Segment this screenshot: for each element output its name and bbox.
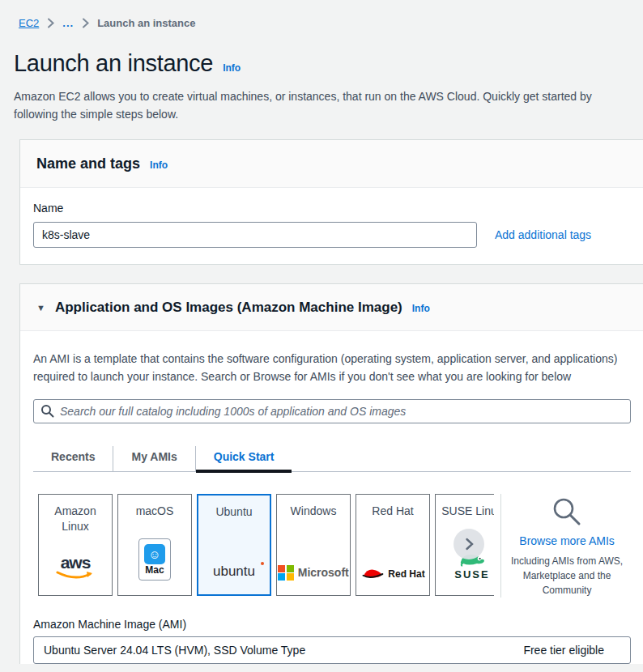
suse-wordmark: SUSE xyxy=(454,568,489,581)
aws-swoosh xyxy=(56,571,95,581)
ami-card-body: An AMI is a template that contains the s… xyxy=(20,331,643,664)
add-additional-tags-link[interactable]: Add additional tags xyxy=(495,228,591,241)
tab-quick-start[interactable]: Quick Start xyxy=(195,446,292,471)
ami-select-value: Ubuntu Server 24.04 LTS (HVM), SSD Volum… xyxy=(44,644,305,657)
carousel-next-button[interactable] xyxy=(454,529,484,559)
chevron-right-icon xyxy=(82,18,89,28)
tab-recents[interactable]: Recents xyxy=(33,446,113,471)
page-title-info-link[interactable]: Info xyxy=(223,62,241,74)
redhat-hat-icon xyxy=(360,568,385,581)
ami-card-header[interactable]: ▼ Application and OS Images (Amazon Mach… xyxy=(20,284,643,331)
os-card-ubuntu[interactable]: Ubuntu ubuntu xyxy=(197,494,271,596)
name-and-tags-info-link[interactable]: Info xyxy=(150,159,168,171)
instance-name-input[interactable] xyxy=(33,222,477,248)
ami-select-dropdown[interactable]: Ubuntu Server 24.04 LTS (HVM), SSD Volum… xyxy=(33,636,631,664)
os-card-amazon-linux[interactable]: Amazon Linux aws xyxy=(38,494,113,596)
browse-more-amis-note: Including AMIs from AWS, Marketplace and… xyxy=(505,554,628,598)
tab-my-amis[interactable]: My AMIs xyxy=(113,446,194,471)
free-tier-badge: Free tier eligible xyxy=(523,644,604,657)
mac-logo-icon: ☺ Mac xyxy=(138,538,171,581)
ami-card: ▼ Application and OS Images (Amazon Mach… xyxy=(19,283,643,664)
redhat-logo-icon: Red Hat xyxy=(360,568,424,581)
os-card-title: Ubuntu xyxy=(215,504,252,520)
name-and-tags-body: Name Add additional tags xyxy=(20,188,643,264)
vertical-divider xyxy=(500,494,501,598)
aws-logo-icon: aws xyxy=(56,555,95,581)
aws-wordmark: aws xyxy=(61,555,91,571)
ami-search xyxy=(33,399,631,423)
name-field-label: Name xyxy=(33,202,63,215)
page-title: Launch an instance xyxy=(14,50,213,77)
os-card-strip: Amazon Linux aws macOS ☺ Mac xyxy=(38,494,494,598)
launch-instance-page: EC2 ... Launch an instance Launch an ins… xyxy=(0,0,643,672)
name-and-tags-header: Name and tags Info xyxy=(20,140,643,188)
microsoft-squares-icon xyxy=(278,565,294,581)
ami-tabs: Recents My AMIs Quick Start xyxy=(33,446,631,472)
breadcrumb-ellipsis[interactable]: ... xyxy=(62,17,74,29)
microsoft-logo-icon: Microsoft xyxy=(278,565,349,581)
breadcrumb: EC2 ... Launch an instance xyxy=(0,0,643,29)
breadcrumb-ec2-link[interactable]: EC2 xyxy=(19,17,39,29)
name-and-tags-card: Name and tags Info Name Add additional t… xyxy=(19,139,643,265)
page-description: Amazon EC2 allows you to create virtual … xyxy=(14,87,629,123)
name-field-row: Add additional tags xyxy=(33,222,627,248)
browse-more-amis-panel: Browse more AMIs Including AMIs from AWS… xyxy=(504,494,630,598)
ami-description: An AMI is a template that contains the s… xyxy=(33,351,630,385)
browse-more-amis-link[interactable]: Browse more AMIs xyxy=(519,534,614,547)
os-card-redhat[interactable]: Red Hat Red Hat xyxy=(356,494,430,596)
os-card-title: Red Hat xyxy=(372,504,413,519)
os-card-windows[interactable]: Windows Microsoft xyxy=(276,494,351,596)
os-card-title: Windows xyxy=(291,504,337,519)
chevron-right-icon xyxy=(47,18,54,28)
mac-face-icon: ☺ xyxy=(144,544,165,564)
name-and-tags-title: Name and tags xyxy=(36,155,140,172)
breadcrumb-current: Launch an instance xyxy=(97,17,195,29)
chevron-right-icon xyxy=(465,538,474,551)
ubuntu-wordmark: ubuntu xyxy=(213,564,255,579)
microsoft-wordmark: Microsoft xyxy=(298,566,349,579)
os-card-macos[interactable]: macOS ☺ Mac xyxy=(117,494,192,596)
os-card-title: SUSE Linux xyxy=(441,504,494,519)
search-icon xyxy=(40,404,54,421)
ami-select-label: Amazon Machine Image (AMI) xyxy=(33,618,630,631)
os-card-carousel: Amazon Linux aws macOS ☺ Mac xyxy=(33,494,630,598)
redhat-wordmark: Red Hat xyxy=(388,568,424,580)
os-card-title: macOS xyxy=(136,504,174,519)
collapse-triangle-icon[interactable]: ▼ xyxy=(36,303,45,313)
magnifier-icon xyxy=(551,495,583,528)
ubuntu-circle-icon xyxy=(261,562,264,565)
ubuntu-logo-icon: ubuntu xyxy=(213,564,255,580)
ami-card-title: Application and OS Images (Amazon Machin… xyxy=(55,300,402,316)
mac-wordmark: Mac xyxy=(145,565,164,576)
ami-search-input[interactable] xyxy=(33,399,631,423)
os-card-title: Amazon Linux xyxy=(40,504,110,534)
page-header: Launch an instance Info xyxy=(14,50,643,77)
ami-card-info-link[interactable]: Info xyxy=(412,303,430,314)
